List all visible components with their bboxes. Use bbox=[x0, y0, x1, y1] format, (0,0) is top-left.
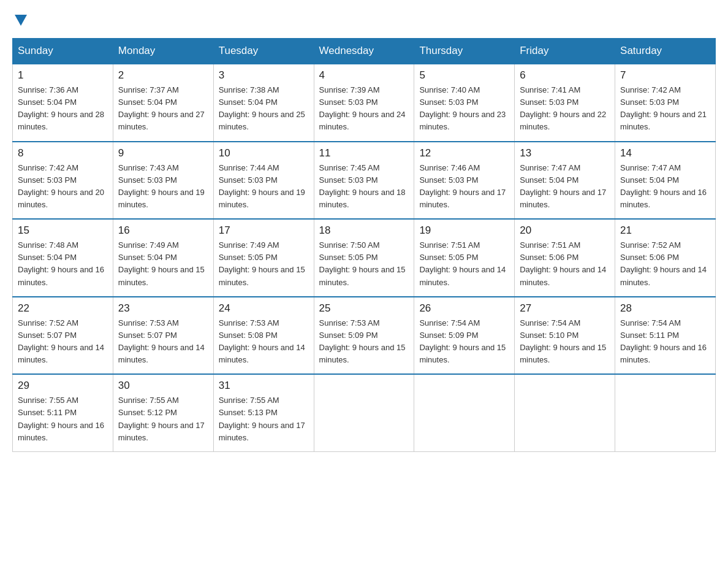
week-row-4: 22 Sunrise: 7:52 AMSunset: 5:07 PMDaylig… bbox=[13, 297, 716, 375]
day-number: 5 bbox=[419, 69, 509, 82]
day-info: Sunrise: 7:44 AMSunset: 5:03 PMDaylight:… bbox=[219, 162, 309, 212]
day-number: 27 bbox=[520, 302, 610, 315]
day-cell: 27 Sunrise: 7:54 AMSunset: 5:10 PMDaylig… bbox=[515, 297, 615, 375]
day-info: Sunrise: 7:47 AMSunset: 5:04 PMDaylight:… bbox=[620, 162, 710, 212]
day-cell: 14 Sunrise: 7:47 AMSunset: 5:04 PMDaylig… bbox=[615, 142, 716, 220]
day-cell: 23 Sunrise: 7:53 AMSunset: 5:07 PMDaylig… bbox=[113, 297, 213, 375]
day-number: 22 bbox=[18, 302, 108, 315]
day-cell: 9 Sunrise: 7:43 AMSunset: 5:03 PMDayligh… bbox=[113, 142, 213, 220]
day-number: 7 bbox=[620, 69, 710, 82]
day-number: 11 bbox=[319, 147, 409, 159]
day-cell: 21 Sunrise: 7:52 AMSunset: 5:06 PMDaylig… bbox=[615, 219, 716, 297]
day-cell: 19 Sunrise: 7:51 AMSunset: 5:05 PMDaylig… bbox=[414, 219, 515, 297]
day-number: 26 bbox=[419, 302, 509, 315]
day-number: 24 bbox=[219, 302, 309, 315]
day-number: 17 bbox=[219, 224, 309, 237]
day-info: Sunrise: 7:55 AMSunset: 5:12 PMDaylight:… bbox=[118, 394, 208, 444]
day-cell: 26 Sunrise: 7:54 AMSunset: 5:09 PMDaylig… bbox=[414, 297, 515, 375]
day-info: Sunrise: 7:48 AMSunset: 5:04 PMDaylight:… bbox=[18, 239, 108, 289]
day-info: Sunrise: 7:42 AMSunset: 5:03 PMDaylight:… bbox=[18, 162, 108, 212]
header-thursday: Thursday bbox=[414, 39, 515, 64]
page-header bbox=[12, 12, 716, 26]
day-info: Sunrise: 7:43 AMSunset: 5:03 PMDaylight:… bbox=[118, 162, 208, 212]
calendar-table: SundayMondayTuesdayWednesdayThursdayFrid… bbox=[12, 38, 716, 452]
day-number: 21 bbox=[620, 224, 710, 237]
week-row-2: 8 Sunrise: 7:42 AMSunset: 5:03 PMDayligh… bbox=[13, 142, 716, 220]
day-cell: 7 Sunrise: 7:42 AMSunset: 5:03 PMDayligh… bbox=[615, 64, 716, 142]
day-cell: 10 Sunrise: 7:44 AMSunset: 5:03 PMDaylig… bbox=[213, 142, 314, 220]
day-info: Sunrise: 7:39 AMSunset: 5:03 PMDaylight:… bbox=[319, 84, 409, 134]
day-number: 23 bbox=[118, 302, 208, 315]
day-info: Sunrise: 7:52 AMSunset: 5:06 PMDaylight:… bbox=[620, 239, 710, 289]
day-info: Sunrise: 7:52 AMSunset: 5:07 PMDaylight:… bbox=[18, 317, 108, 367]
day-number: 2 bbox=[118, 69, 208, 82]
day-info: Sunrise: 7:36 AMSunset: 5:04 PMDaylight:… bbox=[18, 84, 108, 134]
day-number: 25 bbox=[319, 302, 409, 315]
day-info: Sunrise: 7:42 AMSunset: 5:03 PMDaylight:… bbox=[620, 84, 710, 134]
day-info: Sunrise: 7:41 AMSunset: 5:03 PMDaylight:… bbox=[520, 84, 610, 134]
header-saturday: Saturday bbox=[615, 39, 716, 64]
day-info: Sunrise: 7:53 AMSunset: 5:07 PMDaylight:… bbox=[118, 317, 208, 367]
logo bbox=[12, 12, 27, 26]
day-cell: 8 Sunrise: 7:42 AMSunset: 5:03 PMDayligh… bbox=[13, 142, 113, 220]
day-cell: 30 Sunrise: 7:55 AMSunset: 5:12 PMDaylig… bbox=[113, 374, 213, 451]
day-cell: 1 Sunrise: 7:36 AMSunset: 5:04 PMDayligh… bbox=[13, 64, 113, 142]
day-cell bbox=[615, 374, 716, 451]
day-cell: 3 Sunrise: 7:38 AMSunset: 5:04 PMDayligh… bbox=[213, 64, 314, 142]
header-wednesday: Wednesday bbox=[314, 39, 414, 64]
day-info: Sunrise: 7:47 AMSunset: 5:04 PMDaylight:… bbox=[520, 162, 610, 212]
day-cell: 5 Sunrise: 7:40 AMSunset: 5:03 PMDayligh… bbox=[414, 64, 515, 142]
day-info: Sunrise: 7:53 AMSunset: 5:08 PMDaylight:… bbox=[219, 317, 309, 367]
header-monday: Monday bbox=[113, 39, 213, 64]
header-sunday: Sunday bbox=[13, 39, 113, 64]
day-number: 29 bbox=[18, 380, 108, 392]
day-info: Sunrise: 7:38 AMSunset: 5:04 PMDaylight:… bbox=[219, 84, 309, 134]
day-cell: 2 Sunrise: 7:37 AMSunset: 5:04 PMDayligh… bbox=[113, 64, 213, 142]
day-info: Sunrise: 7:51 AMSunset: 5:06 PMDaylight:… bbox=[520, 239, 610, 289]
day-number: 1 bbox=[18, 69, 108, 82]
day-info: Sunrise: 7:54 AMSunset: 5:11 PMDaylight:… bbox=[620, 317, 710, 367]
day-cell: 25 Sunrise: 7:53 AMSunset: 5:09 PMDaylig… bbox=[314, 297, 414, 375]
day-cell bbox=[414, 374, 515, 451]
day-number: 14 bbox=[620, 147, 710, 159]
day-number: 10 bbox=[219, 147, 309, 159]
day-cell: 28 Sunrise: 7:54 AMSunset: 5:11 PMDaylig… bbox=[615, 297, 716, 375]
day-number: 13 bbox=[520, 147, 610, 159]
day-cell: 22 Sunrise: 7:52 AMSunset: 5:07 PMDaylig… bbox=[13, 297, 113, 375]
day-number: 28 bbox=[620, 302, 710, 315]
day-cell bbox=[314, 374, 414, 451]
week-row-1: 1 Sunrise: 7:36 AMSunset: 5:04 PMDayligh… bbox=[13, 64, 716, 142]
day-info: Sunrise: 7:55 AMSunset: 5:11 PMDaylight:… bbox=[18, 394, 108, 444]
day-info: Sunrise: 7:55 AMSunset: 5:13 PMDaylight:… bbox=[219, 394, 309, 444]
day-number: 16 bbox=[118, 224, 208, 237]
day-cell: 24 Sunrise: 7:53 AMSunset: 5:08 PMDaylig… bbox=[213, 297, 314, 375]
day-cell: 15 Sunrise: 7:48 AMSunset: 5:04 PMDaylig… bbox=[13, 219, 113, 297]
header-friday: Friday bbox=[515, 39, 615, 64]
header-row: SundayMondayTuesdayWednesdayThursdayFrid… bbox=[13, 39, 716, 64]
day-cell: 31 Sunrise: 7:55 AMSunset: 5:13 PMDaylig… bbox=[213, 374, 314, 451]
day-number: 8 bbox=[18, 147, 108, 159]
day-number: 12 bbox=[419, 147, 509, 159]
header-tuesday: Tuesday bbox=[213, 39, 314, 64]
day-info: Sunrise: 7:49 AMSunset: 5:04 PMDaylight:… bbox=[118, 239, 208, 289]
day-cell: 6 Sunrise: 7:41 AMSunset: 5:03 PMDayligh… bbox=[515, 64, 615, 142]
day-info: Sunrise: 7:50 AMSunset: 5:05 PMDaylight:… bbox=[319, 239, 409, 289]
logo-triangle-icon bbox=[15, 15, 27, 26]
day-info: Sunrise: 7:46 AMSunset: 5:03 PMDaylight:… bbox=[419, 162, 509, 212]
day-cell: 11 Sunrise: 7:45 AMSunset: 5:03 PMDaylig… bbox=[314, 142, 414, 220]
day-info: Sunrise: 7:54 AMSunset: 5:09 PMDaylight:… bbox=[419, 317, 509, 367]
day-number: 3 bbox=[219, 69, 309, 82]
week-row-5: 29 Sunrise: 7:55 AMSunset: 5:11 PMDaylig… bbox=[13, 374, 716, 451]
day-number: 19 bbox=[419, 224, 509, 237]
day-info: Sunrise: 7:54 AMSunset: 5:10 PMDaylight:… bbox=[520, 317, 610, 367]
day-info: Sunrise: 7:37 AMSunset: 5:04 PMDaylight:… bbox=[118, 84, 208, 134]
day-info: Sunrise: 7:45 AMSunset: 5:03 PMDaylight:… bbox=[319, 162, 409, 212]
day-cell: 12 Sunrise: 7:46 AMSunset: 5:03 PMDaylig… bbox=[414, 142, 515, 220]
day-number: 4 bbox=[319, 69, 409, 82]
day-number: 30 bbox=[118, 380, 208, 392]
day-cell: 20 Sunrise: 7:51 AMSunset: 5:06 PMDaylig… bbox=[515, 219, 615, 297]
day-cell: 16 Sunrise: 7:49 AMSunset: 5:04 PMDaylig… bbox=[113, 219, 213, 297]
day-cell: 17 Sunrise: 7:49 AMSunset: 5:05 PMDaylig… bbox=[213, 219, 314, 297]
day-info: Sunrise: 7:51 AMSunset: 5:05 PMDaylight:… bbox=[419, 239, 509, 289]
day-cell: 18 Sunrise: 7:50 AMSunset: 5:05 PMDaylig… bbox=[314, 219, 414, 297]
